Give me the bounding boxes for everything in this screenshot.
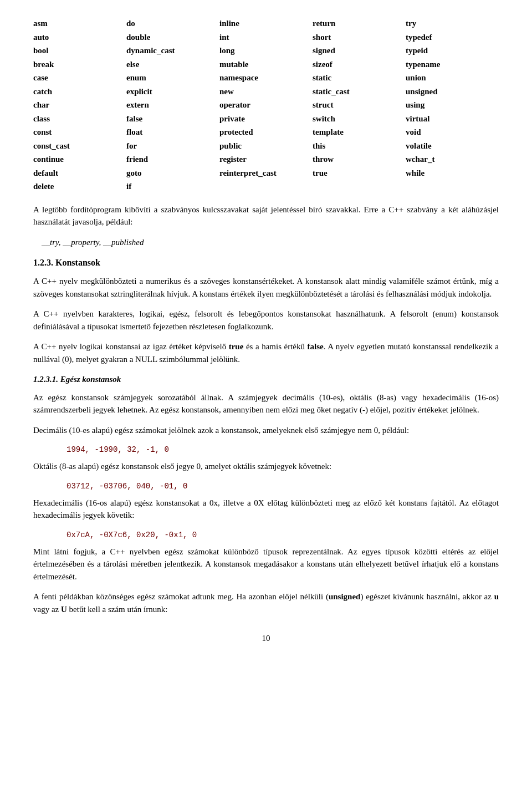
para3-true: true: [229, 342, 244, 351]
keyword-cell: explicit: [126, 85, 219, 99]
keyword-cell: short: [313, 30, 406, 44]
section-1-2-3-para1: A C++ nyelv megkülönbözteti a numerikus …: [33, 275, 499, 300]
example-keywords-line: __try, __property, __published: [33, 236, 499, 249]
keyword-cell: void: [406, 125, 499, 139]
keyword-cell: throw: [313, 152, 406, 166]
keyword-cell: wchar_t: [406, 152, 499, 166]
keyword-cell: if: [126, 180, 219, 193]
hex-code: 0x7cA, -0X7c6, 0x20, -0x1, 0: [66, 531, 197, 539]
sub-para3: Oktális (8-as alapú) egész konstansok el…: [33, 462, 331, 471]
keyword-cell: inline: [219, 17, 313, 30]
para3-before: A C++ nyelv logikai konstansai az igaz é…: [33, 342, 229, 351]
keyword-cell: operator: [219, 98, 313, 112]
subsection-para1: Az egész konstansok számjegyek sorozatáb…: [33, 391, 499, 416]
keyword-cell: default: [33, 166, 126, 180]
octal-example: 03712, -03706, 040, -01, 0: [66, 481, 499, 492]
keyword-cell: mutable: [219, 58, 313, 72]
example-keywords: __try, __property, __published: [42, 238, 144, 247]
keyword-cell: double: [126, 30, 219, 44]
intro-paragraph: A legtöbb fordítóprogram kibővíti a szab…: [33, 203, 499, 228]
keyword-cell: for: [126, 139, 219, 153]
keyword-cell: switch: [313, 112, 406, 126]
keyword-cell: extern: [126, 98, 219, 112]
octal-code: 03712, -03706, 040, -01, 0: [66, 482, 187, 491]
keyword-cell: friend: [126, 152, 219, 166]
page-num-value: 10: [262, 634, 270, 643]
keyword-cell: struct: [313, 98, 406, 112]
page-number: 10: [33, 632, 499, 645]
keyword-cell: reinterpret_cast: [219, 166, 313, 180]
para3-false: false: [308, 342, 324, 351]
subsection-title: Egész konstansok: [60, 375, 121, 384]
keyword-cell: union: [406, 71, 499, 85]
keyword-cell: [406, 180, 499, 193]
section-intro: A C++ nyelv megkülönbözteti a numerikus …: [33, 277, 499, 298]
keyword-cell: int: [219, 30, 313, 44]
hex-example: 0x7cA, -0X7c6, 0x20, -0x1, 0: [66, 529, 499, 541]
keyword-cell: asm: [33, 17, 126, 30]
sub-para2: Decimális (10-es alapú) egész számokat j…: [33, 426, 409, 435]
keyword-cell: sizeof: [313, 58, 406, 72]
sub-para4: Hexadecimális (16-os alapú) egész konsta…: [33, 498, 499, 520]
keyword-cell: public: [219, 139, 313, 153]
keyword-cell: typedef: [406, 30, 499, 44]
keyword-cell: new: [219, 85, 313, 99]
keyword-cell: [313, 180, 406, 193]
subsection-para2: Decimális (10-es alapú) egész számokat j…: [33, 424, 499, 437]
keyword-cell: namespace: [219, 71, 313, 85]
keyword-cell: auto: [33, 30, 126, 44]
section-1-2-3-para3: A C++ nyelv logikai konstansai az igaz é…: [33, 340, 499, 365]
keyword-cell: template: [313, 125, 406, 139]
keyword-cell: const: [33, 125, 126, 139]
keyword-cell: volatile: [406, 139, 499, 153]
keyword-cell: using: [406, 98, 499, 112]
keyword-cell: register: [219, 152, 313, 166]
keyword-cell: this: [313, 139, 406, 153]
subsection-1-2-3-1-heading: 1.2.3.1. Egész konstansok: [33, 373, 499, 386]
subsection-para6: A fenti példákban közönséges egész számo…: [33, 590, 499, 615]
keyword-cell: while: [406, 166, 499, 180]
sub-para1: Az egész konstansok számjegyek sorozatáb…: [33, 393, 499, 415]
keyword-cell: const_cast: [33, 139, 126, 153]
keyword-cell: char: [33, 98, 126, 112]
keyword-cell: enum: [126, 71, 219, 85]
keyword-cell: case: [33, 71, 126, 85]
keyword-cell: signed: [313, 44, 406, 58]
para3-mid: és a hamis értékű: [243, 342, 307, 351]
keyword-cell: static: [313, 71, 406, 85]
section-1-2-3-heading: 1.2.3. Konstansok: [33, 256, 499, 269]
keyword-cell: catch: [33, 85, 126, 99]
section-title: Konstansok: [55, 258, 100, 267]
sub-para5: Mint látni fogjuk, a C++ nyelvben egész …: [33, 547, 499, 581]
keyword-table: asmdoinlinereturntryautodoubleintshortty…: [33, 17, 499, 193]
keyword-cell: do: [126, 17, 219, 30]
section-para2: A C++ nyelvben karakteres, logikai, egés…: [33, 309, 499, 331]
decimal-code: 1994, -1990, 32, -1, 0: [66, 445, 169, 454]
keyword-cell: break: [33, 58, 126, 72]
keyword-cell: true: [313, 166, 406, 180]
subsection-para4: Hexadecimális (16-os alapú) egész konsta…: [33, 497, 499, 522]
decimal-example: 1994, -1990, 32, -1, 0: [66, 444, 499, 456]
subsection-para5: Mint látni fogjuk, a C++ nyelvben egész …: [33, 546, 499, 583]
section-num: 1.2.3.: [33, 258, 53, 267]
subsection-para3: Oktális (8-as alapú) egész konstansok el…: [33, 460, 499, 473]
keyword-cell: float: [126, 125, 219, 139]
keyword-cell: class: [33, 112, 126, 126]
keyword-cell: long: [219, 44, 313, 58]
keyword-cell: false: [126, 112, 219, 126]
intro-text: A legtöbb fordítóprogram kibővíti a szab…: [33, 205, 499, 227]
keyword-cell: delete: [33, 180, 126, 193]
keyword-cell: unsigned: [406, 85, 499, 99]
keyword-cell: try: [406, 17, 499, 30]
keyword-cell: bool: [33, 44, 126, 58]
keyword-cell: goto: [126, 166, 219, 180]
keyword-cell: private: [219, 112, 313, 126]
keyword-cell: protected: [219, 125, 313, 139]
subsection-num: 1.2.3.1.: [33, 375, 58, 384]
keyword-cell: continue: [33, 152, 126, 166]
keyword-cell: else: [126, 58, 219, 72]
section-1-2-3-para2: A C++ nyelvben karakteres, logikai, egés…: [33, 308, 499, 333]
keyword-cell: static_cast: [313, 85, 406, 99]
keyword-cell: dynamic_cast: [126, 44, 219, 58]
keyword-cell: typeid: [406, 44, 499, 58]
